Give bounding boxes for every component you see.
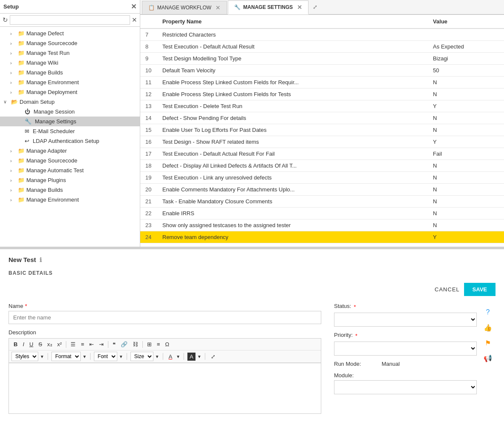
info-icon[interactable]: ℹ [40,256,42,263]
subscript-button[interactable]: x₂ [45,340,54,348]
sep2 [108,341,108,348]
table-button[interactable]: ⊞ [145,340,154,348]
save-button[interactable]: SAVE [464,283,496,296]
sidebar-item-manage-plugins[interactable]: › 📁 Manage Plugins [0,175,140,185]
sidebar-item-manage-deployment[interactable]: › 📁 Manage Deployment [0,87,140,97]
sidebar-item-manage-settings[interactable]: 🔧 Manage Settings [0,117,140,126]
sidebar-item-label: Manage Builds [26,187,63,193]
size-select[interactable]: Size [130,352,153,361]
clear-icon[interactable]: ✕ [132,16,137,24]
close-tab-icon[interactable]: ✕ [297,4,302,11]
expand-icon[interactable]: ⤢ [309,2,321,12]
tab-manage-settings[interactable]: 🔧 MANAGE SETTINGS ✕ [228,0,309,14]
align-button[interactable]: ≡ [155,340,162,348]
underline-button[interactable]: U [27,340,35,348]
styles-select[interactable]: Styles [11,352,38,361]
unlink-button[interactable]: ⛓ [130,340,140,348]
ldap-icon: ↩ [25,138,29,144]
close-icon[interactable]: ✕ [131,3,136,11]
table-row[interactable]: 9 Test Design Modelling Tool Type Bizagi [140,53,504,65]
strikethrough-button[interactable]: S [36,340,44,348]
table-row[interactable]: 14 Defect - Show Pending For details N [140,112,504,124]
help-icon-button[interactable]: ? [482,306,494,318]
sidebar-item-label: E-Mail Scheduler [33,128,75,134]
bg-color-button[interactable]: A [187,353,195,361]
folder-icon: 📁 [18,177,25,183]
ul-button[interactable]: ≡ [79,340,86,348]
sidebar-item-manage-adapter[interactable]: › 📁 Manage Adapter [0,146,140,156]
sidebar-item-label: Domain Setup [20,99,54,105]
form-right-fields: Status: * Priority: * [334,303,477,399]
editor-body[interactable] [8,363,321,414]
table-row[interactable]: 16 Test Design - Show RAFT related items… [140,136,504,148]
sidebar-item-manage-automatic-test[interactable]: › 📁 Manage Automatic Test [0,165,140,175]
sidebar-item-ldap-auth[interactable]: ↩ LDAP Authentication Setup [0,136,140,146]
flag-icon-button[interactable]: ⚑ [482,337,494,349]
link-button[interactable]: 🔗 [119,340,130,348]
italic-button[interactable]: I [20,340,26,348]
sidebar-item-email-scheduler[interactable]: ✉ E-Mail Scheduler [0,126,140,136]
thumbup-icon-button[interactable]: 👍 [482,322,494,333]
folder-icon: 📁 [18,196,25,203]
sidebar-item-manage-sourcecode-1[interactable]: › 📁 Manage Sourcecode [0,38,140,48]
toolbar-sep5 [163,353,163,360]
omega-button[interactable]: Ω [163,340,172,348]
superscript-button[interactable]: x² [55,340,64,348]
row-property: Test Execution - Delete Test Run [157,100,428,112]
table-row[interactable]: 20 Enable Comments Mandatory For Attachm… [140,184,504,196]
row-property: Task - Enable Mandatory Closure Comments [157,196,428,208]
sidebar-item-manage-session[interactable]: ⏻ Manage Session [0,107,140,117]
name-input[interactable] [8,311,321,324]
col-value: Value [428,15,504,28]
table-row[interactable]: 24 Remove team dependency Y [140,231,504,243]
table-row[interactable]: 11 Enable Process Step Linked Custom Fie… [140,77,504,88]
toolbar-sep4 [127,353,127,360]
sidebar-item-manage-builds-2[interactable]: › 📁 Manage Builds [0,185,140,195]
priority-select[interactable] [334,342,477,356]
table-row[interactable]: 18 Defect - Display All Linked Defects &… [140,160,504,172]
indent-left-button[interactable]: ⇤ [87,340,96,348]
tab-manage-workflow[interactable]: 📋 MANAGE WORKFLOW ✕ [142,1,227,14]
table-row[interactable]: 10 Default Team Velocity 50 [140,65,504,77]
row-property: Enable Process Step Linked Custom Fields… [157,77,428,88]
table-row[interactable]: 13 Test Execution - Delete Test Run Y [140,100,504,112]
row-number: 23 [140,219,157,231]
table-row[interactable]: 15 Enable User To Log Efforts For Past D… [140,124,504,136]
row-property: Defect - Display All Linked Defects & Ar… [157,160,428,172]
sidebar-item-manage-builds-1[interactable]: › 📁 Manage Builds [0,68,140,77]
arrow-icon: › [10,31,16,36]
font-color-button[interactable]: A [167,353,175,361]
fullscreen-button[interactable]: ⤢ [209,353,218,361]
folder-icon: 📁 [18,148,25,154]
sidebar-item-manage-wiki[interactable]: › 📁 Manage Wiki [0,58,140,68]
format-select[interactable]: Format [51,352,81,361]
table-row[interactable]: 12 Enable Process Step Linked Custom Fie… [140,88,504,100]
row-property: Enable User To Log Efforts For Past Date… [157,124,428,136]
status-select[interactable] [334,313,477,327]
cancel-button[interactable]: CANCEL [435,286,460,293]
bold-button[interactable]: B [11,340,20,348]
ol-button[interactable]: ☰ [68,340,78,348]
sidebar-item-manage-environment-1[interactable]: › 📁 Manage Environment [0,77,140,87]
table-row[interactable]: 19 Test Execution - Link any unresolved … [140,172,504,184]
sidebar-item-label: Manage Adapter [26,148,67,154]
sidebar-item-domain-setup[interactable]: ∨ 📂 Domain Setup [0,97,140,107]
refresh-icon[interactable]: ↻ [3,16,8,24]
font-select[interactable]: Font [94,352,117,361]
indent-right-button[interactable]: ⇥ [97,340,106,348]
module-select[interactable] [334,380,477,394]
table-row[interactable]: 23 Show only assigned testcases to the a… [140,219,504,231]
sidebar-item-manage-test-run[interactable]: › 📁 Manage Test Run [0,48,140,58]
table-row[interactable]: 21 Task - Enable Mandatory Closure Comme… [140,196,504,208]
table-row[interactable]: 22 Enable IRRS N [140,208,504,219]
close-tab-icon[interactable]: ✕ [215,4,221,11]
sidebar-item-manage-defect[interactable]: › 📁 Manage Defect [0,28,140,38]
search-input[interactable] [10,15,130,25]
table-row[interactable]: 17 Test Execution - Default Actual Resul… [140,148,504,160]
blockquote-button[interactable]: ❝ [110,340,118,348]
table-row[interactable]: 7 Restricted Characters [140,28,504,41]
table-row[interactable]: 8 Test Execution - Default Actual Result… [140,41,504,53]
megaphone-icon-button[interactable]: 📢 [482,352,494,364]
sidebar-item-manage-sourcecode-2[interactable]: › 📁 Manage Sourcecode [0,156,140,165]
sidebar-item-manage-environment-2[interactable]: › 📁 Manage Environment [0,195,140,205]
